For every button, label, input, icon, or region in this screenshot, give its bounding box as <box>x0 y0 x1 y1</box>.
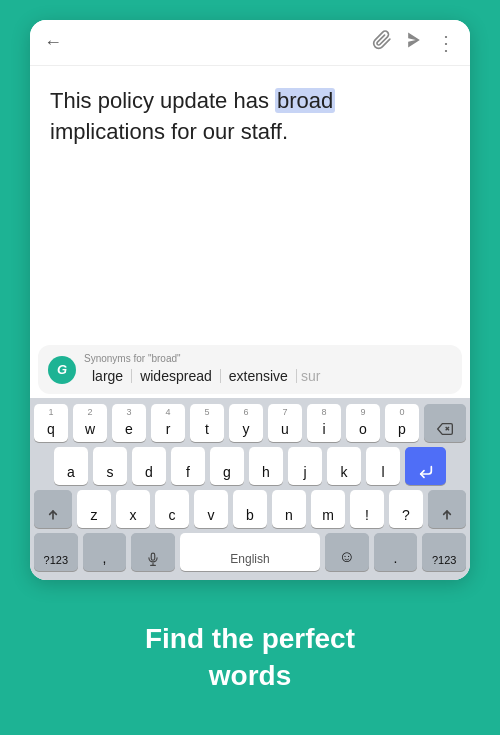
keyboard-row-4: ?123 , English ☺ . ?123 <box>34 533 466 571</box>
bottom-section: Find the perfect words <box>115 580 385 735</box>
key-d[interactable]: d <box>132 447 166 485</box>
key-o[interactable]: 9o <box>346 404 380 442</box>
key-symbols-right[interactable]: ?123 <box>422 533 466 571</box>
key-shift-left[interactable] <box>34 490 72 528</box>
message-area: This policy update has broad implication… <box>30 66 470 339</box>
key-a[interactable]: a <box>54 447 88 485</box>
key-t[interactable]: 5t <box>190 404 224 442</box>
send-icon[interactable] <box>404 30 424 55</box>
svg-marker-0 <box>408 33 420 48</box>
synonym-words: large widespread extensive sur <box>84 366 324 386</box>
more-icon[interactable]: ⋮ <box>436 31 456 55</box>
back-button[interactable]: ← <box>44 32 62 53</box>
svg-rect-5 <box>151 553 155 560</box>
key-comma[interactable]: , <box>83 533 127 571</box>
keyboard-row-3: z x c v b n m ! ? <box>34 490 466 528</box>
key-space[interactable]: English <box>180 533 320 571</box>
key-enter[interactable] <box>405 447 446 485</box>
top-bar: ← ⋮ <box>30 20 470 66</box>
key-r[interactable]: 4r <box>151 404 185 442</box>
key-m[interactable]: m <box>311 490 345 528</box>
message-prefix: This policy update has <box>50 88 275 113</box>
key-exclaim[interactable]: ! <box>350 490 384 528</box>
key-x[interactable]: x <box>116 490 150 528</box>
highlighted-word: broad <box>275 88 335 113</box>
key-w[interactable]: 2w <box>73 404 107 442</box>
grammarly-logo: G <box>48 356 76 384</box>
key-q[interactable]: 1q <box>34 404 68 442</box>
key-period[interactable]: . <box>374 533 418 571</box>
tagline-line1: Find the perfect <box>145 623 355 654</box>
key-s[interactable]: s <box>93 447 127 485</box>
key-u[interactable]: 7u <box>268 404 302 442</box>
keyboard: 1q 2w 3e 4r 5t 6y 7u 8i 9o 0p a s d f <box>30 398 470 580</box>
key-n[interactable]: n <box>272 490 306 528</box>
key-shift-right[interactable] <box>428 490 466 528</box>
grammarly-g: G <box>57 362 67 377</box>
tagline: Find the perfect words <box>145 621 355 694</box>
key-p[interactable]: 0p <box>385 404 419 442</box>
key-y[interactable]: 6y <box>229 404 263 442</box>
key-delete[interactable] <box>424 404 466 442</box>
keyboard-row-1: 1q 2w 3e 4r 5t 6y 7u 8i 9o 0p <box>34 404 466 442</box>
key-question[interactable]: ? <box>389 490 423 528</box>
synonym-more: sur <box>297 366 324 386</box>
key-h[interactable]: h <box>249 447 283 485</box>
key-e[interactable]: 3e <box>112 404 146 442</box>
tagline-line2: words <box>209 660 291 691</box>
synonym-large[interactable]: large <box>84 366 131 386</box>
synonym-widespread[interactable]: widespread <box>132 366 220 386</box>
key-k[interactable]: k <box>327 447 361 485</box>
message-text: This policy update has broad implication… <box>50 86 450 148</box>
key-mic[interactable] <box>131 533 175 571</box>
key-i[interactable]: 8i <box>307 404 341 442</box>
key-l[interactable]: l <box>366 447 400 485</box>
synonym-label: Synonyms for "broad" <box>84 353 324 364</box>
key-b[interactable]: b <box>233 490 267 528</box>
key-symbols-left[interactable]: ?123 <box>34 533 78 571</box>
synonym-extensive[interactable]: extensive <box>221 366 296 386</box>
key-c[interactable]: c <box>155 490 189 528</box>
keyboard-row-2: a s d f g h j k l <box>34 447 466 485</box>
key-f[interactable]: f <box>171 447 205 485</box>
key-emoji[interactable]: ☺ <box>325 533 369 571</box>
phone-frame: ← ⋮ This policy update has broad implica… <box>30 20 470 580</box>
synonym-bar: G Synonyms for "broad" large widespread … <box>38 345 462 394</box>
attach-icon[interactable] <box>372 30 392 55</box>
key-j[interactable]: j <box>288 447 322 485</box>
message-suffix: implications for our staff. <box>50 119 288 144</box>
key-v[interactable]: v <box>194 490 228 528</box>
key-z[interactable]: z <box>77 490 111 528</box>
key-g[interactable]: g <box>210 447 244 485</box>
